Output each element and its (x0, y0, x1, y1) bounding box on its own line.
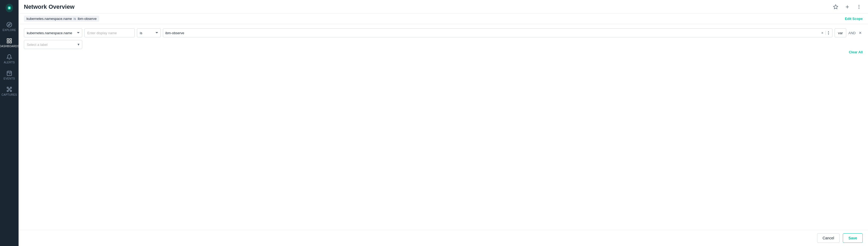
save-button[interactable]: Save (843, 233, 863, 243)
svg-point-15 (859, 5, 859, 6)
sidebar-item-captures-label: CAPTURES (2, 93, 17, 96)
sidebar-item-events-label: EVENTS (3, 77, 15, 80)
and-label: AND (848, 31, 856, 35)
svg-rect-3 (7, 39, 9, 40)
sidebar-item-alerts[interactable]: ALERTS (0, 51, 19, 67)
clear-all-button[interactable]: Clear All (849, 50, 863, 54)
label-select[interactable]: Select a label (24, 40, 82, 49)
op-selector-wrapper: is is not contains in (137, 28, 161, 37)
sidebar-item-captures[interactable]: CAPTURES (0, 83, 19, 99)
filter-value-chevrons: ▲ ▼ (827, 31, 830, 35)
svg-rect-5 (10, 41, 11, 43)
cancel-button[interactable]: Cancel (817, 233, 840, 243)
filter-value-clear-button[interactable]: × (820, 31, 825, 35)
filter-value-up-button[interactable]: ▲ (827, 31, 830, 33)
svg-marker-2 (8, 24, 10, 26)
app-logo (4, 3, 14, 13)
svg-rect-6 (7, 41, 9, 43)
scope-bar: kubernetes.namespace.name is ibm-observe… (19, 13, 868, 24)
filter-remove-button[interactable]: × (858, 31, 863, 35)
filter-row: kubernetes.namespace.name is is not cont… (24, 28, 863, 37)
filter-value-input[interactable] (165, 31, 820, 35)
field-selector-wrapper: kubernetes.namespace.name (24, 28, 82, 37)
svg-point-17 (859, 8, 859, 9)
more-button[interactable] (855, 3, 863, 11)
scope-key: kubernetes.namespace.name (27, 17, 72, 21)
filter-value-down-button[interactable]: ▼ (827, 33, 830, 35)
sidebar-item-dashboards-label: DASHBOARDS (0, 45, 19, 48)
filter-value-wrapper: × ▲ ▼ (163, 28, 833, 37)
main-content: Network Overview (19, 0, 868, 246)
page-footer: Cancel Save (19, 230, 868, 246)
scope-op: is (73, 17, 76, 21)
sidebar-item-alerts-label: ALERTS (4, 61, 15, 64)
svg-point-11 (8, 89, 10, 90)
filter-area: kubernetes.namespace.name is is not cont… (19, 24, 868, 230)
svg-point-16 (859, 7, 859, 7)
field-selector[interactable]: kubernetes.namespace.name (24, 28, 82, 37)
header-actions (832, 3, 863, 11)
var-button[interactable]: var (835, 28, 846, 37)
sidebar: EXPLORE DASHBOARDS ALERTS EVENTS (0, 0, 19, 246)
sidebar-item-explore-label: EXPLORE (3, 29, 16, 32)
svg-rect-4 (10, 39, 11, 40)
scope-tag: kubernetes.namespace.name is ibm-observe (24, 15, 99, 22)
add-button[interactable] (844, 3, 851, 11)
edit-scope-button[interactable]: Edit Scope (845, 17, 863, 21)
display-name-input[interactable] (84, 28, 135, 37)
page-title: Network Overview (24, 3, 74, 10)
label-select-wrapper: Select a label ▼ (24, 40, 82, 49)
filter-value-divider (826, 31, 826, 35)
sidebar-item-events[interactable]: EVENTS (0, 67, 19, 83)
svg-rect-7 (7, 71, 12, 76)
sidebar-item-dashboards[interactable]: DASHBOARDS (0, 35, 19, 51)
sidebar-item-explore[interactable]: EXPLORE (0, 19, 19, 35)
label-row: Select a label ▼ (24, 40, 863, 49)
filter-actions-row: Clear All (24, 50, 863, 54)
svg-point-1 (7, 22, 12, 27)
filter-value-actions: × ▲ ▼ (820, 31, 830, 35)
star-button[interactable] (832, 3, 839, 11)
svg-marker-12 (834, 5, 838, 9)
op-selector[interactable]: is is not contains in (137, 28, 161, 37)
svg-point-0 (8, 7, 10, 9)
page-header: Network Overview (19, 0, 868, 13)
scope-value: ibm-observe (78, 17, 97, 21)
